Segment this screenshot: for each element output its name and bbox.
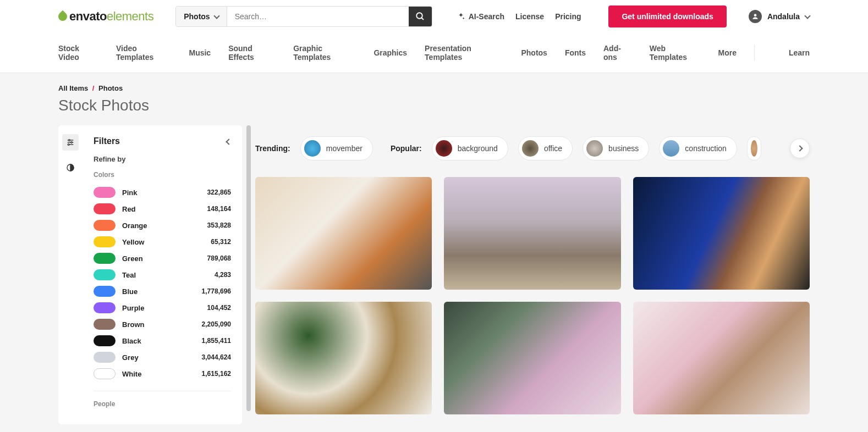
tag-label: background: [458, 144, 498, 153]
color-name: Black: [122, 337, 195, 345]
breadcrumb-root[interactable]: All Items: [58, 84, 88, 92]
color-filter-list: Pink322,865Red148,164Orange353,828Yellow…: [83, 184, 242, 382]
nav-sound-effects[interactable]: Sound Effects: [228, 33, 276, 73]
breadcrumb-separator: /: [92, 84, 95, 92]
contrast-rail-button[interactable]: [62, 159, 79, 176]
nav-photos[interactable]: Photos: [521, 37, 547, 68]
colors-section-label: Colors: [83, 171, 242, 184]
color-swatch: [94, 335, 116, 346]
svg-line-1: [421, 18, 424, 20]
color-name: Blue: [122, 287, 195, 296]
color-filter-grey[interactable]: Grey3,044,624: [94, 349, 231, 365]
color-count: 1,855,411: [202, 337, 231, 345]
pricing-link[interactable]: Pricing: [555, 12, 581, 21]
photo-card[interactable]: [444, 302, 620, 414]
filters-panel: Filters Refine by Colors Pink322,865Red1…: [83, 125, 242, 424]
photo-thumbnail: [255, 302, 432, 414]
search-category-label: Photos: [184, 12, 210, 21]
collapse-filters-button[interactable]: [227, 136, 231, 146]
search-icon: [415, 12, 425, 21]
scroll-tags-right-button[interactable]: [790, 139, 810, 158]
nav-presentation-templates[interactable]: Presentation Templates: [425, 33, 503, 73]
license-link[interactable]: License: [515, 12, 544, 21]
color-filter-blue[interactable]: Blue1,778,696: [94, 283, 231, 300]
tag-business[interactable]: business: [583, 136, 649, 160]
tag-background[interactable]: background: [432, 136, 508, 160]
nav-divider: [754, 45, 755, 61]
color-filter-yellow[interactable]: Yellow65,312: [94, 234, 231, 250]
nav-graphics[interactable]: Graphics: [373, 37, 407, 68]
user-menu[interactable]: Andalula: [749, 10, 810, 23]
filters-title: Filters: [94, 136, 120, 146]
color-count: 148,164: [207, 205, 231, 213]
cta-button[interactable]: Get unlimited downloads: [608, 5, 726, 27]
logo[interactable]: envatoelements: [58, 9, 153, 24]
color-name: Red: [122, 205, 201, 213]
photo-thumbnail: [633, 302, 810, 414]
tag-label: office: [544, 144, 562, 153]
color-filter-red[interactable]: Red148,164: [94, 201, 231, 217]
color-count: 4,283: [215, 271, 231, 279]
color-swatch: [94, 220, 116, 231]
tag-row: Trending: movember Popular: background o…: [255, 125, 810, 177]
color-count: 3,044,624: [202, 353, 231, 361]
svg-point-8: [68, 144, 69, 146]
tag-thumb: [751, 140, 757, 157]
sidebar-rail: [58, 125, 83, 424]
color-name: White: [122, 370, 195, 378]
nav-graphic-templates[interactable]: Graphic Templates: [293, 33, 356, 73]
filters-scrollbar[interactable]: [245, 125, 251, 424]
nav-stock-video[interactable]: Stock Video: [58, 33, 98, 73]
ai-search-link[interactable]: AI-Search: [457, 12, 504, 21]
nav-music[interactable]: Music: [189, 37, 211, 68]
sparkle-icon: [457, 12, 465, 21]
tag-partial[interactable]: [747, 136, 761, 160]
color-filter-purple[interactable]: Purple104,452: [94, 300, 231, 316]
nav-more[interactable]: More: [718, 37, 737, 68]
nav-web-templates[interactable]: Web Templates: [650, 33, 701, 73]
color-swatch: [94, 236, 116, 247]
nav-learn[interactable]: Learn: [789, 37, 810, 68]
color-filter-pink[interactable]: Pink322,865: [94, 184, 231, 201]
photo-card[interactable]: [444, 177, 620, 290]
photo-card[interactable]: [255, 302, 432, 414]
color-filter-teal[interactable]: Teal4,283: [94, 267, 231, 283]
color-swatch: [94, 319, 116, 330]
tag-thumb: [522, 140, 539, 157]
color-filter-brown[interactable]: Brown2,205,090: [94, 316, 231, 333]
color-count: 353,828: [207, 221, 231, 229]
chevron-right-icon: [796, 145, 803, 151]
nav-video-templates[interactable]: Video Templates: [116, 33, 171, 73]
color-filter-orange[interactable]: Orange353,828: [94, 217, 231, 234]
color-name: Brown: [122, 320, 195, 329]
tag-construction[interactable]: construction: [659, 136, 737, 160]
tag-office[interactable]: office: [518, 136, 573, 160]
color-count: 104,452: [207, 304, 231, 312]
photo-card[interactable]: [633, 302, 810, 414]
contrast-icon: [66, 163, 75, 172]
nav-fonts[interactable]: Fonts: [565, 37, 586, 68]
search-button[interactable]: [409, 7, 432, 26]
color-swatch: [94, 203, 116, 214]
color-filter-black[interactable]: Black1,855,411: [94, 333, 231, 349]
color-swatch: [94, 302, 116, 313]
color-filter-green[interactable]: Green789,068: [94, 250, 231, 267]
search-category-dropdown[interactable]: Photos: [176, 7, 227, 26]
breadcrumb: All Items / Photos: [0, 73, 868, 97]
tag-thumb: [586, 140, 603, 157]
color-swatch: [94, 286, 116, 297]
color-filter-white[interactable]: White1,615,162: [94, 365, 231, 382]
scrollbar-thumb[interactable]: [246, 125, 251, 411]
leaf-icon: [57, 10, 69, 23]
photo-thumbnail: [444, 302, 620, 414]
svg-point-0: [416, 13, 422, 19]
tag-movember[interactable]: movember: [300, 136, 373, 160]
search-bar: Photos: [175, 6, 432, 27]
nav-add-ons[interactable]: Add-ons: [603, 33, 632, 73]
photo-card[interactable]: [633, 177, 810, 290]
photo-card[interactable]: [255, 177, 432, 290]
content: Filters Refine by Colors Pink322,865Red1…: [0, 125, 868, 424]
svg-point-6: [69, 140, 70, 141]
filters-rail-button[interactable]: [62, 134, 79, 151]
search-input[interactable]: [227, 7, 409, 26]
